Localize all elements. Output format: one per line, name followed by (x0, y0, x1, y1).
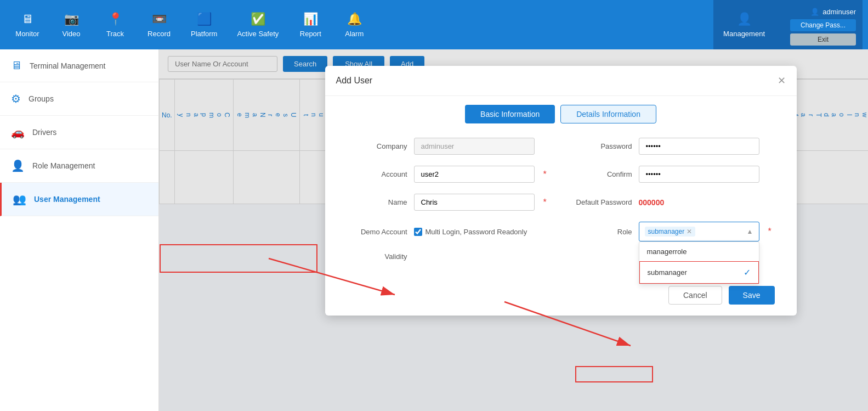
password-input[interactable] (639, 138, 759, 155)
terminal-icon: 🖥 (11, 59, 22, 72)
nav-user-area: 👤 adminuser Change Pass... Exit (775, 0, 863, 49)
company-input[interactable] (414, 138, 535, 155)
role-dropdown-container: submanager ✕ ▲ managerrole subma (639, 222, 759, 241)
nav-track[interactable]: 📍 Track (93, 8, 137, 42)
username-text: adminuser (822, 8, 856, 16)
validity-label: Validity (347, 252, 407, 261)
sidebar-item-role-management-label: Role Management (32, 161, 95, 170)
nav-management[interactable]: 👤 Management (713, 0, 775, 49)
sidebar-item-role-management[interactable]: 👤 Role Management (0, 149, 158, 183)
nav-monitor-label: Monitor (15, 30, 39, 38)
account-input[interactable] (414, 166, 535, 183)
role-required-star: * (768, 227, 771, 237)
role-selected-tag: submanager ✕ (645, 227, 696, 237)
tab-basic-information[interactable]: Basic Information (465, 105, 555, 123)
name-label: Name (347, 198, 407, 206)
management-icon: 👤 (737, 12, 752, 26)
checkbox-label-text: Multi Login, Password Readonly (426, 228, 527, 236)
multi-login-checkbox[interactable] (414, 228, 422, 236)
role-tag-close[interactable]: ✕ (687, 228, 692, 235)
account-required-star: * (543, 170, 547, 179)
modal-header: Add User ✕ (325, 66, 797, 96)
cancel-button[interactable]: Cancel (668, 286, 722, 305)
nav-alarm-label: Alarm (345, 30, 364, 38)
exit-button[interactable]: Exit (790, 33, 856, 46)
form-group-name: Name * (347, 194, 550, 211)
modal-tabs: Basic Information Details Information (325, 96, 797, 132)
check-mark-icon: ✓ (744, 267, 751, 278)
sidebar-item-drivers[interactable]: 🚗 Drivers (0, 116, 158, 149)
nav-platform[interactable]: 🟦 Platform (181, 8, 227, 42)
monitor-icon: 🖥 (21, 12, 33, 26)
role-label: Role (572, 228, 632, 236)
role-option-managerrole[interactable]: managerrole (639, 242, 759, 261)
platform-icon: 🟦 (197, 12, 212, 26)
nav-report-label: Report (300, 30, 321, 38)
active-safety-icon: ✅ (251, 12, 265, 26)
nav-active-safety[interactable]: ✅ Active Safety (227, 8, 288, 42)
demo-account-label: Demo Account (347, 228, 407, 236)
name-input[interactable] (414, 194, 535, 211)
main-layout: 🖥 Terminal Management ⚙ Groups 🚗 Drivers… (0, 49, 868, 411)
default-password-value: 000000 (639, 198, 665, 207)
username-display: 👤 adminuser (810, 4, 856, 19)
save-button[interactable]: Save (729, 286, 775, 305)
nav-video-label: Video (62, 30, 80, 38)
sidebar-item-groups-label: Groups (29, 94, 54, 103)
form-group-role: Role submanager ✕ ▲ m (572, 222, 775, 241)
confirm-label: Confirm (572, 170, 632, 178)
nav-report[interactable]: 📊 Report (288, 8, 332, 42)
sidebar-item-drivers-label: Drivers (32, 128, 56, 137)
modal-close-button[interactable]: ✕ (778, 75, 786, 87)
groups-icon: ⚙ (11, 92, 21, 105)
user-management-icon: 👥 (13, 193, 26, 206)
nav-monitor[interactable]: 🖥 Monitor (5, 8, 49, 42)
nav-record-label: Record (147, 30, 171, 38)
form-group-account: Account * (347, 166, 550, 183)
nav-active-safety-label: Active Safety (237, 30, 279, 38)
confirm-input[interactable] (639, 166, 759, 183)
sidebar-item-terminal[interactable]: 🖥 Terminal Management (0, 49, 158, 82)
sidebar: 🖥 Terminal Management ⚙ Groups 🚗 Drivers… (0, 49, 159, 411)
role-dropdown-trigger[interactable]: submanager ✕ ▲ (639, 222, 759, 241)
report-icon: 📊 (303, 12, 318, 26)
top-navigation: 🖥 Monitor 📷 Video 📍 Track 📼 Record 🟦 Pla… (0, 0, 868, 49)
tab-details-information[interactable]: Details Information (560, 105, 656, 123)
sidebar-item-user-management-label: User Management (34, 195, 100, 204)
form-row-3: Name * Default Password 000000 (347, 194, 775, 211)
form-group-password: Password (572, 138, 775, 155)
change-password-button[interactable]: Change Pass... (790, 19, 856, 31)
form-group-demo-account: Demo Account Multi Login, Password Reado… (347, 228, 550, 236)
role-option-managerrole-label: managerrole (647, 247, 687, 256)
form-row-4: Demo Account Multi Login, Password Reado… (347, 222, 775, 241)
role-tag-text: submanager (648, 228, 685, 235)
nav-track-label: Track (106, 30, 124, 38)
nav-alarm[interactable]: 🔔 Alarm (332, 8, 376, 42)
drivers-icon: 🚗 (11, 126, 25, 139)
form-group-validity: Validity (347, 252, 550, 261)
default-password-label: Default Password (572, 198, 632, 206)
company-label: Company (347, 142, 407, 150)
checkbox-multi-login: Multi Login, Password Readonly (414, 228, 527, 236)
role-management-icon: 👤 (11, 159, 25, 172)
role-option-submanager[interactable]: submanager ✓ (639, 261, 759, 284)
modal-title: Add User (336, 76, 373, 86)
password-label: Password (572, 142, 632, 150)
form-group-confirm: Confirm (572, 166, 775, 183)
role-dropdown-list: managerrole submanager ✓ (639, 241, 759, 284)
record-icon: 📼 (152, 12, 167, 26)
role-option-submanager-label: submanager (648, 268, 687, 277)
alarm-icon: 🔔 (347, 12, 362, 26)
form-row-2: Account * Confirm (347, 166, 775, 183)
dropdown-arrow-icon: ▲ (747, 228, 753, 235)
sidebar-item-user-management[interactable]: 👥 User Management (0, 183, 158, 216)
nav-video[interactable]: 📷 Video (49, 8, 93, 42)
nav-record[interactable]: 📼 Record (137, 8, 181, 42)
track-icon: 📍 (108, 12, 123, 26)
form-group-company: Company (347, 138, 550, 155)
user-avatar-icon: 👤 (810, 8, 819, 16)
sidebar-item-groups[interactable]: ⚙ Groups (0, 82, 158, 116)
sidebar-item-terminal-label: Terminal Management (30, 61, 106, 70)
nav-management-label: Management (723, 30, 765, 38)
form-group-default-password: Default Password 000000 (572, 198, 775, 207)
